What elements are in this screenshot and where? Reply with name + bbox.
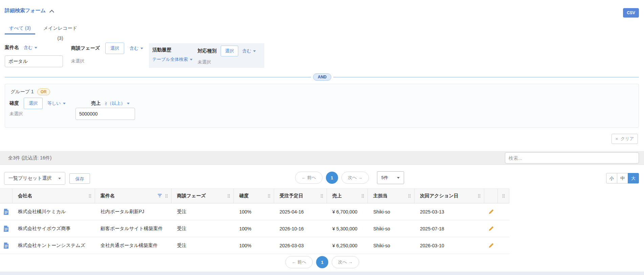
column-menu-icon[interactable] — [478, 194, 481, 198]
header-sales[interactable]: 売上 — [327, 189, 368, 203]
filter-icon[interactable] — [157, 193, 162, 199]
cell-probability: 100% — [234, 237, 274, 254]
header-company-label: 会社名 — [18, 193, 32, 199]
filter-case-name: 案件名 含む — [5, 44, 63, 67]
csv-export-button[interactable]: CSV — [623, 8, 639, 18]
clear-label: クリア — [621, 136, 634, 142]
header-owner[interactable]: 主担当 — [368, 189, 415, 203]
current-page-button[interactable]: 1 — [326, 172, 338, 184]
result-count-summary: 全3件 (読込済: 16件) — [8, 155, 51, 161]
record-document-icon[interactable] — [4, 209, 9, 215]
row-size-toggle: 小 中 大 — [606, 173, 639, 183]
column-menu-icon[interactable] — [361, 194, 364, 198]
header-order-date-label: 受注予定日 — [280, 193, 303, 199]
column-menu-icon[interactable] — [227, 194, 230, 198]
column-menu-icon[interactable] — [267, 194, 271, 198]
header-order-date[interactable]: 受注予定日 — [274, 189, 327, 203]
case-name-input[interactable] — [5, 55, 63, 67]
phase-operator-dropdown[interactable]: 含む — [130, 45, 143, 51]
sales-value-input[interactable] — [75, 108, 135, 120]
chevron-down-icon — [127, 103, 130, 104]
response-type-select-button[interactable]: 選択 — [221, 46, 238, 56]
probability-label: 確度 — [9, 100, 19, 106]
sales-label: 売上 — [91, 100, 101, 106]
phase-select-button[interactable]: 選択 — [105, 43, 124, 54]
table-row[interactable]: 株式会社サイボウズ商事 顧客ポータルサイト構築案件 受注 100% 2026-1… — [0, 220, 509, 237]
header-icon-column — [0, 189, 13, 203]
response-type-operator-value: 含む — [242, 48, 251, 54]
tab-main-record[interactable]: メインレコード (3) — [41, 23, 79, 34]
cell-case: 社内ポータル刷新PJ — [95, 203, 172, 220]
search-input[interactable] — [505, 152, 639, 164]
phase-label: 商談フェーズ — [71, 45, 100, 51]
header-more-column — [498, 189, 509, 203]
cell-case: 顧客ポータルサイト構築案件 — [95, 220, 172, 237]
preset-select-dropdown[interactable]: 一覧プリセット選択 — [4, 172, 65, 185]
cell-company: 株式会社橘川ケミカル — [13, 203, 95, 220]
column-menu-icon[interactable] — [320, 194, 324, 198]
column-menu-icon[interactable] — [408, 194, 411, 198]
size-large-button[interactable]: 大 — [628, 173, 639, 183]
page-size-dropdown[interactable]: 5件 — [377, 171, 404, 184]
probability-operator-dropdown[interactable]: 等しい — [47, 100, 66, 106]
cell-phase: 受注 — [172, 203, 234, 220]
header-owner-label: 主担当 — [373, 193, 387, 199]
activity-filter-panel: 活動履歴 テーブル全体検索 対応種別 選択 含む 未選択 — [149, 43, 264, 68]
probability-select-button[interactable]: 選択 — [24, 98, 43, 109]
prev-page-button[interactable]: ← 前へ — [295, 172, 323, 184]
clear-button[interactable]: × クリア — [612, 134, 638, 144]
size-medium-button[interactable]: 中 — [617, 173, 628, 183]
column-menu-icon[interactable] — [88, 194, 92, 198]
sales-operator-value: ≧（以上） — [105, 100, 125, 106]
probability-status: 未選択 — [9, 111, 23, 117]
header-case-label: 案件名 — [101, 193, 115, 199]
sales-operator-dropdown[interactable]: ≧（以上） — [105, 100, 130, 106]
header-phase[interactable]: 商談フェーズ — [172, 189, 234, 203]
horizontal-scrollbar-track[interactable] — [0, 272, 644, 275]
chevron-down-icon — [140, 48, 143, 49]
chevron-down-icon — [63, 103, 66, 104]
header-case[interactable]: 案件名 — [95, 189, 172, 203]
page-title: 詳細検索フォーム — [5, 7, 46, 14]
table-menu-icon[interactable] — [502, 194, 505, 198]
collapse-chevron-icon[interactable] — [49, 10, 54, 15]
group-title: グループ 1 — [10, 89, 34, 95]
header-company[interactable]: 会社名 — [13, 189, 95, 203]
chevron-down-icon — [397, 177, 400, 179]
current-page-button[interactable]: 1 — [316, 256, 328, 268]
condition-group-box: グループ 1 OR 確度 選択 等しい 売上 ≧（以上） 未選択 — [5, 84, 639, 128]
response-type-operator-dropdown[interactable]: 含む — [242, 48, 256, 54]
case-name-operator-dropdown[interactable]: 含む — [24, 45, 37, 51]
record-document-icon[interactable] — [4, 226, 9, 232]
table-row[interactable]: 株式会社橘川ケミカル 社内ポータル刷新PJ 受注 100% 2025-04-16… — [0, 203, 509, 220]
cell-probability: 100% — [234, 220, 274, 237]
cell-next-action: 2025-03-13 — [415, 203, 484, 220]
next-page-button[interactable]: 次へ → — [341, 172, 369, 184]
or-badge[interactable]: OR — [37, 89, 50, 95]
cell-owner: Shiki-so — [368, 203, 415, 220]
edit-pencil-icon[interactable] — [488, 209, 494, 215]
header-next-action[interactable]: 次回アクション日 — [415, 189, 484, 203]
record-document-icon[interactable] — [4, 243, 9, 249]
response-type-label: 対応種別 — [198, 48, 217, 54]
edit-pencil-icon[interactable] — [488, 243, 494, 248]
page: 詳細検索フォーム CSV すべて (3) メインレコード (3) 案件名 含む … — [0, 0, 644, 275]
next-page-button[interactable]: 次へ → — [332, 256, 359, 268]
prev-page-button[interactable]: ← 前へ — [285, 256, 313, 268]
tab-all[interactable]: すべて (3) — [5, 23, 35, 34]
cell-probability: 100% — [234, 203, 274, 220]
bottom-pagination: ← 前へ 1 次へ → — [285, 256, 359, 268]
header-probability[interactable]: 確度 — [234, 189, 274, 203]
cell-sales: ¥ 5,300,000 — [327, 220, 368, 237]
column-menu-icon[interactable] — [165, 194, 168, 198]
activity-scope-dropdown[interactable]: テーブル全体検索 — [152, 56, 193, 62]
cell-case: 全社共通ポータル構築案件 — [95, 237, 172, 254]
activity-scope-value: テーブル全体検索 — [152, 56, 188, 62]
table-row[interactable]: 株式会社キントーンシステムズ 全社共通ポータル構築案件 受注 100% 2026… — [0, 237, 509, 254]
save-button[interactable]: 保存 — [69, 173, 90, 184]
header-sales-label: 売上 — [332, 193, 342, 199]
header-phase-label: 商談フェーズ — [177, 193, 206, 199]
size-small-button[interactable]: 小 — [606, 173, 617, 183]
edit-pencil-icon[interactable] — [488, 226, 494, 231]
cell-next-action: 2025-07-18 — [415, 220, 484, 237]
